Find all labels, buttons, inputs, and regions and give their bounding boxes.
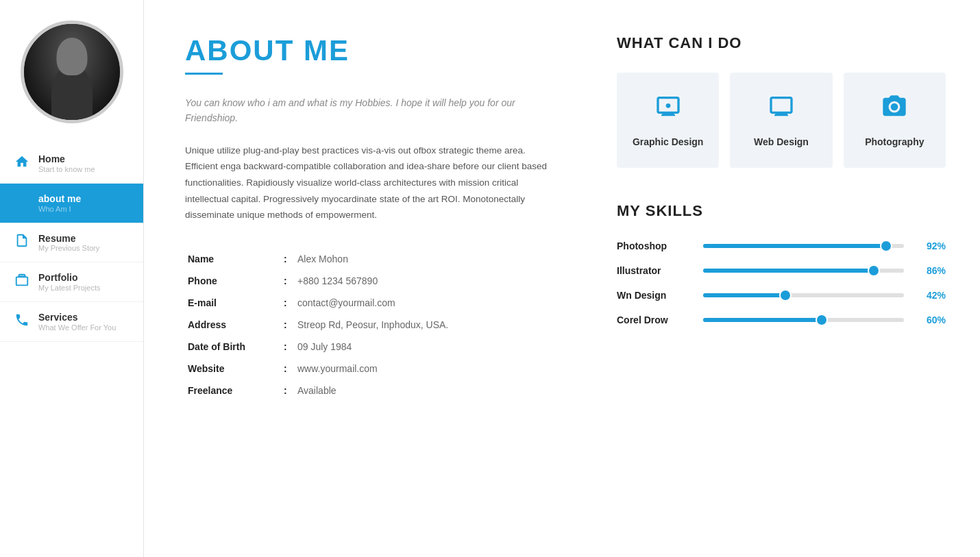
what-section-title: WHAT CAN I DO (617, 34, 946, 52)
skills-bars: Photoshop 92% Illustrator 86% Wn Design … (617, 240, 946, 325)
skill-bar-fill (703, 293, 787, 297)
intro-text: You can know who i am and what is my Hob… (185, 95, 555, 126)
info-row: E-mail : contact@yourmail.com (185, 292, 555, 314)
avatar-image (24, 24, 120, 120)
skill-row-corel-drow: Corel Drow 60% (617, 314, 946, 325)
info-row: Name : Alex Mohon (185, 248, 555, 270)
briefcase-icon (14, 273, 30, 291)
info-label: E-mail (185, 292, 281, 314)
skill-bar-fill (703, 269, 876, 273)
sidebar-item-services[interactable]: Services What We Offer For You (0, 302, 143, 342)
skill-bar-track (703, 318, 904, 322)
body-text: Unique utilize plug-and-play best practi… (185, 143, 555, 223)
info-label: Phone (185, 270, 281, 292)
info-value: Alex Mohon (295, 248, 555, 270)
skill-card-photography: Photography (844, 73, 946, 168)
monitor-icon (654, 93, 682, 127)
info-colon: : (281, 314, 295, 336)
skill-percentage: 86% (915, 265, 946, 276)
info-value: +880 1234 567890 (295, 270, 555, 292)
info-value: Streop Rd, Peosur, Inphodux, USA. (295, 314, 555, 336)
right-panel: WHAT CAN I DO Graphic Design Web Design … (596, 0, 980, 557)
info-row: Freelance : Available (185, 380, 555, 401)
home-icon (14, 154, 30, 173)
sidebar-item-resume[interactable]: Resume My Previous Story (0, 223, 143, 263)
skill-name: Illustrator (617, 265, 692, 276)
info-value: www.yourmail.com (295, 358, 555, 380)
info-colon: : (281, 270, 295, 292)
skill-percentage: 92% (915, 240, 946, 251)
skill-row-illustrator: Illustrator 86% (617, 265, 946, 276)
person-icon (14, 194, 30, 212)
skill-percentage: 42% (915, 290, 946, 301)
skills-cards: Graphic Design Web Design Photography (617, 73, 946, 168)
skill-card-web-design: Web Design (730, 73, 832, 168)
skill-bar-fill (703, 244, 888, 248)
sidebar-nav: Home Start to know me about me Who Am I … (0, 144, 143, 557)
sidebar: Home Start to know me about me Who Am I … (0, 0, 144, 557)
page-title: ABOUT ME (185, 34, 555, 67)
camera-icon (881, 93, 908, 127)
sidebar-item-portfolio[interactable]: Portfolio My Latest Projects (0, 262, 143, 302)
skill-percentage: 60% (915, 314, 946, 325)
skill-row-wn-design: Wn Design 42% (617, 290, 946, 301)
title-underline (185, 73, 223, 75)
skill-card-label: Web Design (754, 136, 809, 147)
info-row: Address : Streop Rd, Peosur, Inphodux, U… (185, 314, 555, 336)
sidebar-item-about[interactable]: about me Who Am I (0, 184, 143, 223)
info-value: contact@yourmail.com (295, 292, 555, 314)
skill-row-photoshop: Photoshop 92% (617, 240, 946, 251)
desktop-icon (768, 93, 795, 127)
info-label: Date of Birth (185, 336, 281, 358)
info-table: Name : Alex Mohon Phone : +880 1234 5678… (185, 248, 555, 401)
info-label: Website (185, 358, 281, 380)
info-colon: : (281, 292, 295, 314)
info-colon: : (281, 336, 295, 358)
skill-bar-track (703, 269, 904, 273)
info-row: Website : www.yourmail.com (185, 358, 555, 380)
phone-icon (14, 312, 30, 331)
info-colon: : (281, 358, 295, 380)
info-label: Address (185, 314, 281, 336)
svg-point-0 (665, 103, 670, 108)
skill-name: Wn Design (617, 290, 692, 301)
avatar (21, 21, 123, 123)
skill-bar-track (703, 293, 904, 297)
skill-bar-track (703, 244, 904, 248)
info-row: Date of Birth : 09 July 1984 (185, 336, 555, 358)
skill-card-label: Graphic Design (633, 136, 703, 147)
info-value: 09 July 1984 (295, 336, 555, 358)
skill-name: Photoshop (617, 240, 692, 251)
skill-card-graphic-design: Graphic Design (617, 73, 719, 168)
info-colon: : (281, 380, 295, 401)
sidebar-item-home[interactable]: Home Start to know me (0, 144, 143, 184)
skill-card-label: Photography (865, 136, 924, 147)
main-content: ABOUT ME You can know who i am and what … (144, 0, 596, 557)
my-skills-title: MY SKILLS (617, 202, 946, 220)
info-value: Available (295, 380, 555, 401)
info-label: Name (185, 248, 281, 270)
document-icon (14, 233, 30, 251)
info-colon: : (281, 248, 295, 270)
skill-bar-fill (703, 318, 824, 322)
info-label: Freelance (185, 380, 281, 401)
skill-name: Corel Drow (617, 314, 692, 325)
info-row: Phone : +880 1234 567890 (185, 270, 555, 292)
